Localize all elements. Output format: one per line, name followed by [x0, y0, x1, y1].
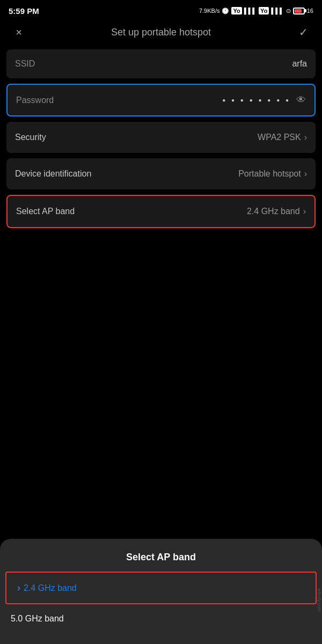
status-time: 5:59 PM	[9, 6, 39, 16]
security-row[interactable]: Security WPA2 PSK ›	[6, 122, 316, 153]
battery-level: 16	[307, 8, 313, 14]
ssid-label: SSID	[15, 59, 35, 69]
signal-bars-2: ▌▌▌	[271, 8, 283, 14]
device-id-value: Portable hotspot ›	[238, 169, 307, 179]
close-button[interactable]: ×	[11, 26, 27, 39]
device-id-chevron: ›	[304, 169, 307, 179]
bottom-sheet: Select AP band › 2.4 GHz band 5.0 GHz ba…	[0, 539, 322, 644]
device-id-row[interactable]: Device identification Portable hotspot ›	[6, 158, 316, 189]
lte-icon: Yo	[231, 7, 241, 14]
header-title: Set up portable hotspot	[27, 27, 295, 38]
lte-icon-2: Yo	[259, 7, 269, 14]
eye-icon[interactable]: 👁	[296, 94, 306, 106]
wifi-icon: ⊙	[286, 8, 291, 14]
password-value: ● ● ● ● ● ● ● ● 👁	[222, 94, 306, 106]
selected-chevron: ›	[17, 582, 20, 594]
band-option-2-4ghz-label: 2.4 GHz band	[24, 583, 77, 593]
band-option-5ghz[interactable]: 5.0 GHz band	[0, 604, 322, 633]
status-bar: 5:59 PM 7.9KB/s 🕐 Yo ▌▌▌ Yo ▌▌▌ ⊙ 16	[0, 0, 322, 19]
ssid-row[interactable]: SSID arfa	[6, 49, 316, 78]
header: × Set up portable hotspot ✓	[0, 19, 322, 49]
security-label: Security	[15, 133, 46, 142]
device-id-label: Device identification	[15, 169, 91, 179]
password-label: Password	[16, 96, 54, 105]
bottom-sheet-title: Select AP band	[0, 552, 322, 563]
ap-band-chevron: ›	[303, 207, 306, 216]
band-option-2-4ghz[interactable]: › 2.4 GHz band	[5, 572, 317, 604]
battery-icon	[293, 8, 305, 14]
security-chevron: ›	[304, 133, 307, 142]
password-row[interactable]: Password ● ● ● ● ● ● ● ● 👁	[6, 84, 316, 116]
confirm-button[interactable]: ✓	[295, 26, 311, 39]
ap-band-label: Select AP band	[16, 207, 75, 216]
ssid-value: arfa	[292, 59, 307, 69]
ap-band-value: 2.4 GHz band ›	[247, 207, 306, 216]
watermark: w5cdy.com	[317, 588, 322, 612]
form-container: SSID arfa Password ● ● ● ● ● ● ● ● 👁 Sec…	[0, 49, 322, 228]
clock-icon: 🕐	[222, 8, 229, 14]
signal-bars-1: ▌▌▌	[244, 8, 257, 14]
password-dots: ● ● ● ● ● ● ● ●	[222, 97, 291, 103]
security-value: WPA2 PSK ›	[258, 133, 307, 142]
network-speed: 7.9KB/s	[199, 8, 220, 14]
ap-band-row[interactable]: Select AP band 2.4 GHz band ›	[6, 195, 316, 228]
band-option-5ghz-label: 5.0 GHz band	[11, 614, 64, 624]
status-icons: 7.9KB/s 🕐 Yo ▌▌▌ Yo ▌▌▌ ⊙ 16	[199, 7, 313, 14]
